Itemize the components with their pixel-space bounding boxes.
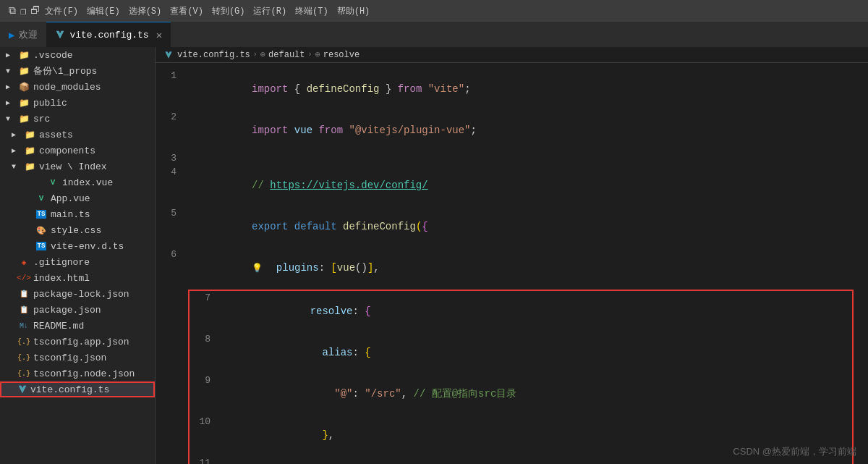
sidebar-label-vite-env: vite-env.d.ts — [51, 241, 124, 252]
line-num-3: 3 — [156, 151, 188, 165]
sidebar-item-vite-config-ts[interactable]: vite.config.ts — [0, 381, 155, 397]
line-num-10: 10 — [190, 415, 222, 429]
arrow-components: ▶ — [12, 146, 23, 155]
tsconfig-icon: {.} — [17, 353, 30, 363]
arrow-assets: ▶ — [12, 130, 23, 139]
sidebar-item-index-html[interactable]: </> index.html — [0, 270, 155, 286]
breadcrumb-sep2: › — [308, 51, 312, 59]
sidebar-label-public: public — [33, 98, 67, 109]
code-line-6: 6 💡 plugins: [vue()], — [156, 248, 868, 290]
menu-terminal[interactable]: 终端(T) — [295, 5, 328, 17]
sidebar-label-view: view \ Index — [39, 161, 107, 172]
menu-help[interactable]: 帮助(H) — [337, 5, 370, 17]
breadcrumb-default: default — [268, 50, 305, 60]
line-content-3 — [188, 151, 868, 165]
sidebar-label-readme: README.md — [33, 321, 84, 332]
menu-goto[interactable]: 转到(G) — [212, 5, 245, 17]
folder-icon-view: 📁 — [23, 161, 36, 172]
sidebar-label-vite-config-ts: vite.config.ts — [30, 384, 109, 395]
code-line-5: 5 export default defineConfig({ — [156, 206, 868, 248]
sidebar-item-gitignore[interactable]: ◈ .gitignore — [0, 254, 155, 270]
sidebar-item-readme[interactable]: M↓ README.md — [0, 318, 155, 334]
line-num-7: 7 — [190, 291, 222, 305]
code-line-8: 8 alias: { — [190, 332, 852, 374]
html-icon: </> — [17, 273, 30, 283]
sidebar-item-package-lock[interactable]: 📋 package-lock.json — [0, 286, 155, 302]
code-line-2: 2 import vue from "@vitejs/plugin-vue"; — [156, 110, 868, 151]
line-content-2: import vue from "@vitejs/plugin-vue"; — [188, 110, 868, 151]
arrow-view: ▼ — [12, 163, 23, 171]
pkg-icon: 📋 — [17, 305, 30, 315]
line-num-1: 1 — [156, 69, 188, 83]
sidebar-label-index-vue: index.vue — [62, 177, 113, 188]
code-line-3: 3 — [156, 151, 868, 165]
menu-file[interactable]: 文件(F) — [45, 5, 78, 17]
menu-select[interactable]: 选择(S) — [129, 5, 162, 17]
icon-copy1[interactable]: ⧉ — [9, 5, 16, 17]
sidebar-item-src[interactable]: ▼ 📁 src — [0, 111, 155, 127]
arrow-src: ▼ — [6, 115, 17, 123]
sidebar-item-view[interactable]: ▼ 📁 view \ Index — [0, 159, 155, 174]
vite-sidebar-icon — [17, 384, 27, 395]
sidebar-item-package-json[interactable]: 📋 package.json — [0, 302, 155, 318]
code-line-1: 1 import { defineConfig } from "vite"; — [156, 69, 868, 110]
line-num-5: 5 — [156, 206, 188, 220]
title-bar-icons[interactable]: ⧉ ❐ 🗗 — [9, 5, 41, 17]
menu-view[interactable]: 查看(V) — [170, 5, 203, 17]
folder-icon-assets: 📁 — [23, 130, 36, 140]
vue-icon-app: V — [35, 193, 48, 203]
sidebar-label-main-ts: main.ts — [51, 209, 90, 220]
code-line-7: 7 resolve: { — [190, 291, 852, 332]
arrow-node-modules: ▶ — [6, 83, 17, 91]
line-num-2: 2 — [156, 110, 188, 124]
code-line-9: 9 "@": "/src", // 配置@指向src目录 — [190, 374, 852, 415]
menu-run[interactable]: 运行(R) — [253, 5, 286, 17]
sidebar-label-package-lock: package-lock.json — [33, 289, 129, 300]
tab-vite-config[interactable]: vite.config.ts ✕ — [46, 22, 171, 47]
tsconfig-app-icon: {.} — [17, 337, 30, 347]
sidebar-label-components: components — [39, 145, 95, 156]
line-num-11: 11 — [190, 456, 222, 464]
menu-edit[interactable]: 编辑(E) — [87, 5, 120, 17]
lock-icon: 📋 — [17, 289, 30, 299]
sidebar-label-style-css: style.css — [51, 225, 101, 236]
watermark: CSDN @热爱前端，学习前端 — [733, 445, 856, 458]
folder-icon-vscode: 📁 — [17, 50, 30, 60]
sidebar-label-backup: 备份\1_props — [33, 64, 97, 77]
arrow-public: ▶ — [6, 98, 17, 107]
main-layout: ▶ 📁 .vscode ▼ 📁 备份\1_props ▶ 📦 node_modu… — [0, 47, 868, 464]
sidebar-item-components[interactable]: ▶ 📁 components — [0, 143, 155, 159]
sidebar-item-vscode[interactable]: ▶ 📁 .vscode — [0, 47, 155, 63]
tab-welcome[interactable]: ▶ 欢迎 — [0, 22, 46, 47]
sidebar-item-index-vue[interactable]: V index.vue — [0, 174, 155, 190]
sidebar-item-main-ts[interactable]: TS main.ts — [0, 206, 155, 222]
sidebar-item-tsconfig-app[interactable]: {.} tsconfig.app.json — [0, 334, 155, 350]
breadcrumb-symbol-icon1: ⊕ — [260, 49, 265, 60]
editor-content[interactable]: 1 import { defineConfig } from "vite"; 2… — [156, 63, 868, 464]
welcome-icon: ▶ — [9, 29, 14, 41]
tab-close-button[interactable]: ✕ — [156, 29, 162, 41]
md-icon: M↓ — [17, 321, 30, 331]
vue-icon-index: V — [46, 177, 59, 187]
breadcrumb-sep1: › — [253, 51, 258, 59]
sidebar-label-tsconfig-app: tsconfig.app.json — [33, 337, 129, 347]
line-content-8: alias: { — [222, 332, 852, 374]
line-num-6: 6 — [156, 248, 188, 261]
arrow-vscode: ▶ — [6, 51, 17, 59]
breadcrumb-symbol-icon2: ⊕ — [315, 49, 320, 60]
sidebar-item-tsconfig[interactable]: {.} tsconfig.json — [0, 350, 155, 366]
sidebar-item-vite-env[interactable]: TS vite-env.d.ts — [0, 238, 155, 254]
sidebar-item-backup[interactable]: ▼ 📁 备份\1_props — [0, 63, 155, 79]
sidebar-item-tsconfig-node[interactable]: {.} tsconfig.node.json — [0, 366, 155, 381]
sidebar-item-public[interactable]: ▶ 📁 public — [0, 95, 155, 111]
sidebar-item-assets[interactable]: ▶ 📁 assets — [0, 127, 155, 143]
icon-copy2[interactable]: ❐ — [20, 5, 26, 17]
sidebar-label-tsconfig: tsconfig.json — [33, 353, 106, 363]
tab-bar: ▶ 欢迎 vite.config.ts ✕ — [0, 22, 868, 47]
icon-restore[interactable]: 🗗 — [30, 5, 41, 17]
sidebar-item-app-vue[interactable]: V App.vue — [0, 190, 155, 206]
sidebar-label-app-vue: App.vue — [51, 193, 90, 204]
vite-tab-icon — [55, 30, 65, 40]
sidebar-item-node-modules[interactable]: ▶ 📦 node_modules — [0, 79, 155, 95]
sidebar-item-style-css[interactable]: 🎨 style.css — [0, 222, 155, 238]
